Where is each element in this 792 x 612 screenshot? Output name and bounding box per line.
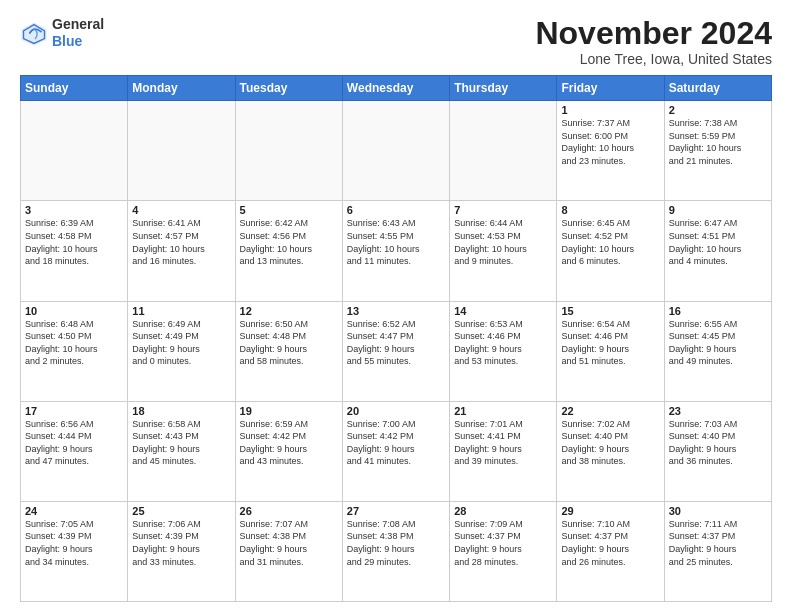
day-number: 10 <box>25 305 123 317</box>
calendar-table: Sunday Monday Tuesday Wednesday Thursday… <box>20 75 772 602</box>
day-number: 25 <box>132 505 230 517</box>
day-info: Sunrise: 7:11 AM Sunset: 4:37 PM Dayligh… <box>669 518 767 568</box>
day-number: 5 <box>240 204 338 216</box>
col-thursday: Thursday <box>450 76 557 101</box>
calendar-cell: 30Sunrise: 7:11 AM Sunset: 4:37 PM Dayli… <box>664 501 771 601</box>
calendar-cell: 5Sunrise: 6:42 AM Sunset: 4:56 PM Daylig… <box>235 201 342 301</box>
week-row-2: 3Sunrise: 6:39 AM Sunset: 4:58 PM Daylig… <box>21 201 772 301</box>
day-number: 19 <box>240 405 338 417</box>
day-info: Sunrise: 6:47 AM Sunset: 4:51 PM Dayligh… <box>669 217 767 267</box>
day-number: 23 <box>669 405 767 417</box>
day-info: Sunrise: 7:02 AM Sunset: 4:40 PM Dayligh… <box>561 418 659 468</box>
calendar-cell: 18Sunrise: 6:58 AM Sunset: 4:43 PM Dayli… <box>128 401 235 501</box>
day-number: 21 <box>454 405 552 417</box>
week-row-3: 10Sunrise: 6:48 AM Sunset: 4:50 PM Dayli… <box>21 301 772 401</box>
month-title: November 2024 <box>535 16 772 51</box>
calendar-cell: 1Sunrise: 7:37 AM Sunset: 6:00 PM Daylig… <box>557 101 664 201</box>
calendar-cell <box>342 101 449 201</box>
col-saturday: Saturday <box>664 76 771 101</box>
day-number: 26 <box>240 505 338 517</box>
location: Lone Tree, Iowa, United States <box>535 51 772 67</box>
day-number: 30 <box>669 505 767 517</box>
day-info: Sunrise: 6:56 AM Sunset: 4:44 PM Dayligh… <box>25 418 123 468</box>
day-info: Sunrise: 6:42 AM Sunset: 4:56 PM Dayligh… <box>240 217 338 267</box>
day-info: Sunrise: 6:39 AM Sunset: 4:58 PM Dayligh… <box>25 217 123 267</box>
logo: General Blue <box>20 16 104 50</box>
day-number: 27 <box>347 505 445 517</box>
day-number: 3 <box>25 204 123 216</box>
day-number: 13 <box>347 305 445 317</box>
day-info: Sunrise: 6:48 AM Sunset: 4:50 PM Dayligh… <box>25 318 123 368</box>
calendar-cell: 26Sunrise: 7:07 AM Sunset: 4:38 PM Dayli… <box>235 501 342 601</box>
calendar-cell: 13Sunrise: 6:52 AM Sunset: 4:47 PM Dayli… <box>342 301 449 401</box>
day-info: Sunrise: 6:45 AM Sunset: 4:52 PM Dayligh… <box>561 217 659 267</box>
day-number: 17 <box>25 405 123 417</box>
col-wednesday: Wednesday <box>342 76 449 101</box>
day-info: Sunrise: 7:38 AM Sunset: 5:59 PM Dayligh… <box>669 117 767 167</box>
calendar-cell <box>450 101 557 201</box>
calendar-cell: 15Sunrise: 6:54 AM Sunset: 4:46 PM Dayli… <box>557 301 664 401</box>
calendar-cell: 21Sunrise: 7:01 AM Sunset: 4:41 PM Dayli… <box>450 401 557 501</box>
week-row-5: 24Sunrise: 7:05 AM Sunset: 4:39 PM Dayli… <box>21 501 772 601</box>
calendar-cell <box>128 101 235 201</box>
logo-icon <box>20 19 48 47</box>
day-info: Sunrise: 6:49 AM Sunset: 4:49 PM Dayligh… <box>132 318 230 368</box>
logo-blue: Blue <box>52 33 104 50</box>
day-info: Sunrise: 7:09 AM Sunset: 4:37 PM Dayligh… <box>454 518 552 568</box>
logo-general: General <box>52 16 104 33</box>
calendar-cell: 10Sunrise: 6:48 AM Sunset: 4:50 PM Dayli… <box>21 301 128 401</box>
day-info: Sunrise: 6:52 AM Sunset: 4:47 PM Dayligh… <box>347 318 445 368</box>
calendar-cell: 8Sunrise: 6:45 AM Sunset: 4:52 PM Daylig… <box>557 201 664 301</box>
day-number: 12 <box>240 305 338 317</box>
day-number: 15 <box>561 305 659 317</box>
day-info: Sunrise: 6:53 AM Sunset: 4:46 PM Dayligh… <box>454 318 552 368</box>
col-sunday: Sunday <box>21 76 128 101</box>
day-number: 16 <box>669 305 767 317</box>
day-number: 7 <box>454 204 552 216</box>
day-info: Sunrise: 7:00 AM Sunset: 4:42 PM Dayligh… <box>347 418 445 468</box>
calendar-cell: 14Sunrise: 6:53 AM Sunset: 4:46 PM Dayli… <box>450 301 557 401</box>
day-info: Sunrise: 6:58 AM Sunset: 4:43 PM Dayligh… <box>132 418 230 468</box>
day-number: 11 <box>132 305 230 317</box>
day-info: Sunrise: 7:07 AM Sunset: 4:38 PM Dayligh… <box>240 518 338 568</box>
day-info: Sunrise: 7:03 AM Sunset: 4:40 PM Dayligh… <box>669 418 767 468</box>
calendar-cell: 4Sunrise: 6:41 AM Sunset: 4:57 PM Daylig… <box>128 201 235 301</box>
calendar-cell: 17Sunrise: 6:56 AM Sunset: 4:44 PM Dayli… <box>21 401 128 501</box>
svg-marker-0 <box>21 22 46 45</box>
calendar-header-row: Sunday Monday Tuesday Wednesday Thursday… <box>21 76 772 101</box>
day-info: Sunrise: 6:54 AM Sunset: 4:46 PM Dayligh… <box>561 318 659 368</box>
logo-text: General Blue <box>52 16 104 50</box>
calendar-cell: 20Sunrise: 7:00 AM Sunset: 4:42 PM Dayli… <box>342 401 449 501</box>
title-area: November 2024 Lone Tree, Iowa, United St… <box>535 16 772 67</box>
day-info: Sunrise: 6:55 AM Sunset: 4:45 PM Dayligh… <box>669 318 767 368</box>
calendar-cell: 12Sunrise: 6:50 AM Sunset: 4:48 PM Dayli… <box>235 301 342 401</box>
day-number: 28 <box>454 505 552 517</box>
day-number: 9 <box>669 204 767 216</box>
day-number: 8 <box>561 204 659 216</box>
day-number: 2 <box>669 104 767 116</box>
calendar-cell: 24Sunrise: 7:05 AM Sunset: 4:39 PM Dayli… <box>21 501 128 601</box>
day-number: 29 <box>561 505 659 517</box>
page: General Blue November 2024 Lone Tree, Io… <box>0 0 792 612</box>
calendar-cell: 23Sunrise: 7:03 AM Sunset: 4:40 PM Dayli… <box>664 401 771 501</box>
week-row-4: 17Sunrise: 6:56 AM Sunset: 4:44 PM Dayli… <box>21 401 772 501</box>
day-number: 24 <box>25 505 123 517</box>
day-number: 4 <box>132 204 230 216</box>
calendar-cell: 27Sunrise: 7:08 AM Sunset: 4:38 PM Dayli… <box>342 501 449 601</box>
calendar-cell: 22Sunrise: 7:02 AM Sunset: 4:40 PM Dayli… <box>557 401 664 501</box>
calendar-cell: 11Sunrise: 6:49 AM Sunset: 4:49 PM Dayli… <box>128 301 235 401</box>
day-info: Sunrise: 6:41 AM Sunset: 4:57 PM Dayligh… <box>132 217 230 267</box>
day-number: 14 <box>454 305 552 317</box>
day-number: 6 <box>347 204 445 216</box>
day-info: Sunrise: 7:06 AM Sunset: 4:39 PM Dayligh… <box>132 518 230 568</box>
day-info: Sunrise: 6:59 AM Sunset: 4:42 PM Dayligh… <box>240 418 338 468</box>
calendar-cell: 7Sunrise: 6:44 AM Sunset: 4:53 PM Daylig… <box>450 201 557 301</box>
day-info: Sunrise: 6:43 AM Sunset: 4:55 PM Dayligh… <box>347 217 445 267</box>
day-info: Sunrise: 7:05 AM Sunset: 4:39 PM Dayligh… <box>25 518 123 568</box>
col-tuesday: Tuesday <box>235 76 342 101</box>
day-number: 22 <box>561 405 659 417</box>
header: General Blue November 2024 Lone Tree, Io… <box>20 16 772 67</box>
calendar-cell: 29Sunrise: 7:10 AM Sunset: 4:37 PM Dayli… <box>557 501 664 601</box>
calendar-cell: 2Sunrise: 7:38 AM Sunset: 5:59 PM Daylig… <box>664 101 771 201</box>
day-info: Sunrise: 7:01 AM Sunset: 4:41 PM Dayligh… <box>454 418 552 468</box>
